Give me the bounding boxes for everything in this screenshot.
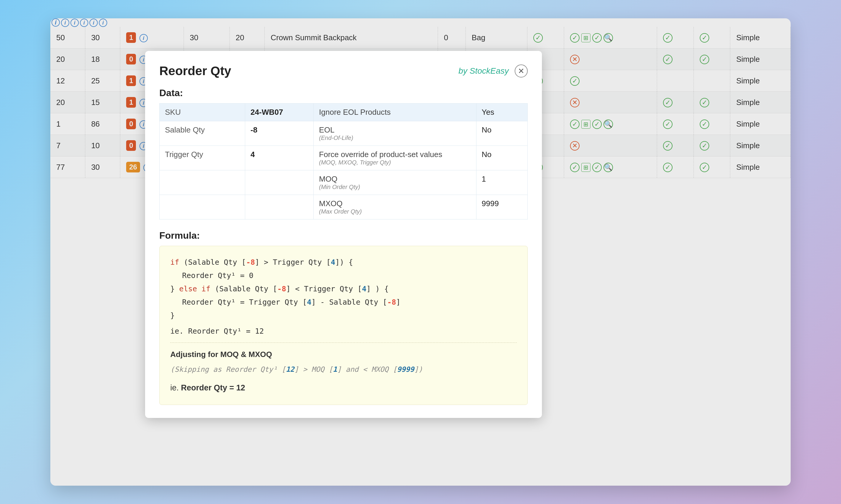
mxoq-value: 9999 bbox=[476, 195, 527, 219]
formula-line-5: } bbox=[170, 309, 517, 322]
moq-empty-1 bbox=[160, 170, 245, 195]
eol-label: EOL (End-Of-Life) bbox=[314, 121, 476, 146]
modal-brand: by StockEasy bbox=[459, 66, 509, 76]
formula-box: if (Salable Qty [-8] > Trigger Qty [4]) … bbox=[159, 246, 528, 405]
formula-line-3: } else if (Salable Qty [-8] < Trigger Qt… bbox=[170, 282, 517, 295]
data-row-mxoq: MXOQ (Max Order Qty) 9999 bbox=[160, 195, 528, 219]
formula-line-4: Reorder Qty¹ = Trigger Qty [4] - Salable… bbox=[170, 295, 517, 309]
close-button[interactable]: ✕ bbox=[515, 65, 528, 77]
moq-empty-2 bbox=[245, 170, 314, 195]
eol-value: No bbox=[476, 121, 527, 146]
trigger-value: 4 bbox=[245, 146, 314, 170]
data-table: SKU 24-WB07 Ignore EOL Products Yes Sala… bbox=[159, 103, 528, 219]
mxoq-empty-2 bbox=[245, 195, 314, 219]
modal-header-right: by StockEasy ✕ bbox=[459, 65, 528, 77]
reorder-qty-modal: Reorder Qty by StockEasy ✕ Data: SKU 24-… bbox=[145, 51, 542, 418]
data-section-label: Data: bbox=[159, 88, 528, 98]
formula-result: ie. Reorder Qty = 12 bbox=[170, 381, 517, 395]
salable-value: -8 bbox=[245, 121, 314, 146]
force-override-label: Force override of product-set values (MO… bbox=[314, 146, 476, 170]
moq-value: 1 bbox=[476, 170, 527, 195]
formula-line-6: ie. Reorder Qty¹ = 12 bbox=[170, 324, 517, 338]
ignore-eol-label: Ignore EOL Products bbox=[314, 104, 476, 121]
mxoq-label: MXOQ (Max Order Qty) bbox=[314, 195, 476, 219]
force-override-value: No bbox=[476, 146, 527, 170]
formula-section-label: Formula: bbox=[159, 230, 528, 241]
sku-value: 24-WB07 bbox=[245, 104, 314, 121]
modal-title: Reorder Qty bbox=[159, 64, 231, 78]
trigger-label: Trigger Qty bbox=[160, 146, 245, 170]
formula-divider bbox=[170, 342, 517, 343]
ignore-eol-value: Yes bbox=[476, 104, 527, 121]
data-row-moq: MOQ (Min Order Qty) 1 bbox=[160, 170, 528, 195]
moq-label: MOQ (Min Order Qty) bbox=[314, 170, 476, 195]
moq-skip-text: (Skipping as Reorder Qty¹ [12] > MOQ [1]… bbox=[170, 363, 517, 376]
data-row-trigger: Trigger Qty 4 Force override of product-… bbox=[160, 146, 528, 170]
sku-label: SKU bbox=[160, 104, 245, 121]
formula-line-2: Reorder Qty¹ = 0 bbox=[170, 269, 517, 282]
moq-adjusting-label: Adjusting for MOQ & MXOQ bbox=[170, 347, 517, 361]
mxoq-empty-1 bbox=[160, 195, 245, 219]
formula-line-1: if (Salable Qty [-8] > Trigger Qty [4]) … bbox=[170, 255, 517, 269]
main-window: iiiiii 50 30 1 i 30 20 Crown Summit Back… bbox=[50, 18, 791, 486]
salable-label: Salable Qty bbox=[160, 121, 245, 146]
data-row-salable: Salable Qty -8 EOL (End-Of-Life) No bbox=[160, 121, 528, 146]
data-row-sku: SKU 24-WB07 Ignore EOL Products Yes bbox=[160, 104, 528, 121]
modal-header: Reorder Qty by StockEasy ✕ bbox=[159, 64, 528, 78]
